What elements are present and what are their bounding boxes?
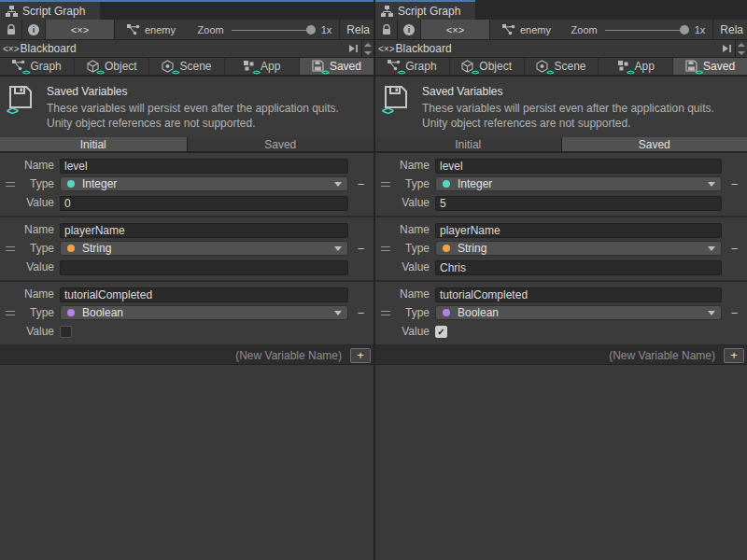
popout-button[interactable]	[718, 40, 735, 57]
tab-graph[interactable]: Graph	[375, 58, 450, 75]
script-graph-panel-right: Script Graph <×> enemy Zoom 1x	[374, 0, 747, 560]
blackboard-header: <×> Blackboard	[375, 40, 747, 58]
variable-value-input[interactable]	[60, 196, 348, 211]
variable-value-input[interactable]	[60, 260, 348, 275]
tab-saved[interactable]: Saved	[300, 58, 374, 75]
dropdown-caret-icon	[708, 246, 715, 251]
type-dropdown[interactable]: Boolean	[435, 305, 722, 320]
variable-row: Name Type Integer − Value	[375, 153, 747, 217]
info-button[interactable]	[398, 20, 421, 39]
scroll-up-button[interactable]	[736, 40, 747, 49]
graph-toolbar: <×> enemy Zoom 1x Rela	[0, 20, 374, 40]
dropdown-caret-icon	[708, 182, 715, 187]
info-icon	[28, 24, 39, 35]
blackboard-header: <×> Blackboard	[0, 40, 374, 58]
info-button[interactable]	[22, 20, 46, 39]
subtab-saved[interactable]: Saved	[562, 137, 747, 151]
popout-icon	[348, 44, 359, 53]
tab-saved[interactable]: Saved	[673, 58, 747, 75]
tab-scene[interactable]: Scene	[525, 58, 599, 75]
relations-button[interactable]: Rela	[339, 20, 374, 39]
drag-handle-icon[interactable]	[6, 182, 15, 187]
graph-reference[interactable]: enemy	[502, 20, 551, 39]
popout-button[interactable]	[345, 40, 361, 57]
zoom-slider-track[interactable]	[232, 30, 310, 31]
variable-name-input[interactable]	[435, 287, 722, 302]
saved-variable-subtabs: Initial Saved	[0, 137, 374, 153]
variables-toggle-button[interactable]: <×>	[421, 20, 490, 39]
type-dropdown[interactable]: String	[60, 241, 348, 256]
type-color-dot	[443, 180, 450, 188]
add-variable-button[interactable]: +	[350, 348, 371, 363]
type-dropdown[interactable]: Integer	[435, 176, 722, 191]
saved-variables-header: Saved Variables These variables will per…	[0, 77, 374, 137]
tab-object[interactable]: Object	[75, 58, 149, 75]
graph-node-icon	[502, 24, 515, 35]
scroll-up-button[interactable]	[362, 40, 374, 49]
tab-graph[interactable]: Graph	[0, 58, 75, 75]
zoom-slider-handle[interactable]	[680, 25, 689, 35]
subtab-initial[interactable]: Initial	[0, 137, 188, 151]
subtab-initial[interactable]: Initial	[375, 137, 562, 151]
variables-badge-icon	[546, 69, 553, 77]
variable-category-tabs: Graph Object Scene App Saved	[0, 58, 374, 77]
tab-script-graph[interactable]: Script Graph	[0, 2, 100, 20]
variable-value-checkbox[interactable]	[60, 326, 72, 338]
variables-badge-icon	[472, 69, 478, 77]
variable-name-input[interactable]	[435, 223, 722, 238]
drag-handle-icon[interactable]	[381, 182, 390, 187]
drag-handle-icon[interactable]	[6, 311, 15, 315]
variable-value-input[interactable]	[435, 260, 722, 275]
lock-button[interactable]	[0, 20, 22, 39]
graph-reference[interactable]: enemy	[127, 20, 176, 39]
tab-object[interactable]: Object	[450, 58, 525, 75]
drag-handle-icon[interactable]	[381, 246, 390, 251]
drag-handle-icon[interactable]	[381, 311, 390, 315]
type-label: Type	[396, 177, 435, 190]
graph-name: enemy	[145, 24, 176, 35]
dropdown-caret-icon	[334, 311, 342, 315]
tab-app[interactable]: App	[225, 58, 300, 75]
variables-badge-icon	[22, 69, 29, 77]
scroll-down-button[interactable]	[736, 49, 747, 57]
subtab-saved[interactable]: Saved	[188, 137, 374, 151]
zoom-slider-track[interactable]	[605, 30, 684, 31]
variable-value-checkbox[interactable]	[435, 326, 447, 338]
remove-variable-button[interactable]: −	[731, 178, 739, 190]
remove-variable-button[interactable]: −	[731, 243, 739, 255]
value-label: Value	[21, 260, 60, 273]
section-description: These variables will persist even after …	[422, 102, 714, 131]
zoom-slider[interactable]	[605, 20, 691, 40]
variable-value-input[interactable]	[435, 196, 722, 211]
scroll-arrows	[361, 40, 374, 57]
variable-name-input[interactable]	[60, 159, 348, 174]
lock-button[interactable]	[375, 20, 398, 39]
type-dropdown[interactable]: Integer	[60, 176, 348, 191]
variables-toggle-button[interactable]: <×>	[46, 20, 115, 39]
variable-name-input[interactable]	[60, 287, 348, 302]
zoom-slider[interactable]	[232, 20, 317, 40]
blackboard-title: Blackboard	[396, 42, 452, 55]
graph-toolbar: <×> enemy Zoom 1x Rela	[375, 20, 747, 40]
remove-variable-button[interactable]: −	[358, 307, 365, 319]
variable-name-input[interactable]	[435, 159, 722, 174]
new-variable-name-input[interactable]	[0, 346, 347, 365]
variables-angle-x-icon: <×>	[71, 24, 89, 35]
tab-script-graph[interactable]: Script Graph	[375, 2, 475, 20]
saved-variables-header: Saved Variables These variables will per…	[375, 77, 747, 137]
drag-handle-icon[interactable]	[6, 246, 15, 251]
scroll-down-button[interactable]	[362, 49, 374, 57]
new-variable-name-input[interactable]	[375, 346, 721, 365]
type-dropdown[interactable]: String	[435, 241, 722, 256]
tab-app[interactable]: App	[599, 58, 673, 75]
remove-variable-button[interactable]: −	[731, 307, 739, 319]
new-variable-row: +	[375, 346, 747, 365]
type-dropdown[interactable]: Boolean	[60, 305, 348, 320]
zoom-slider-handle[interactable]	[306, 25, 316, 35]
relations-button[interactable]: Rela	[712, 20, 747, 39]
variable-name-input[interactable]	[60, 223, 348, 238]
add-variable-button[interactable]: +	[724, 348, 744, 363]
remove-variable-button[interactable]: −	[358, 243, 365, 255]
remove-variable-button[interactable]: −	[358, 178, 365, 190]
tab-scene[interactable]: Scene	[149, 58, 224, 75]
